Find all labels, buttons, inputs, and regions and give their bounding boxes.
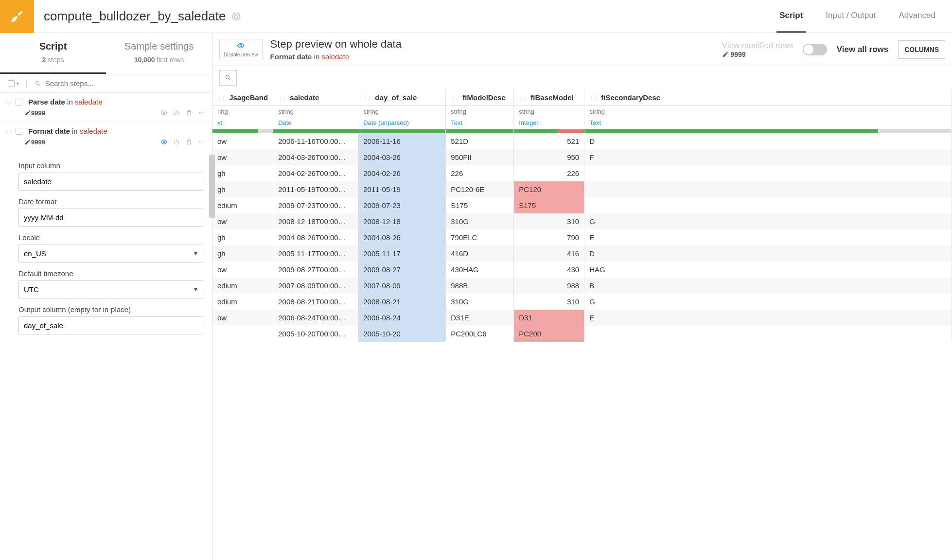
column-type: ring bbox=[212, 106, 273, 118]
step-affected-count: 9999 bbox=[31, 109, 45, 117]
column-quality-bar bbox=[584, 129, 952, 133]
tab-advanced[interactable]: Advanced bbox=[896, 0, 938, 33]
column-meaning[interactable]: Text bbox=[446, 117, 514, 129]
svg-line-8 bbox=[229, 78, 230, 80]
table-row[interactable]: edium2008-08-21T00:00…2008-08-21310G310G bbox=[212, 294, 952, 310]
page-title: compute_bulldozer_by_saledate bbox=[44, 9, 226, 24]
step-form: Input column Date format Locale Default … bbox=[0, 151, 212, 344]
broom-icon bbox=[9, 9, 25, 24]
tab-input-output[interactable]: Input / Output bbox=[823, 0, 879, 33]
svg-point-7 bbox=[226, 75, 229, 79]
table-row[interactable]: edium2007-08-09T00:00…2007-08-09988B988B bbox=[212, 278, 952, 294]
sidebar-resize-handle[interactable] bbox=[209, 155, 215, 218]
table-row[interactable]: gh2004-08-26T00:00…2004-08-26790ELC790E bbox=[212, 229, 952, 245]
table-row[interactable]: 2005-10-20T00:00…2005-10-20PC200LC6PC200 bbox=[212, 326, 952, 342]
trash-icon[interactable] bbox=[186, 138, 193, 146]
column-header[interactable]: ⋮⋮ fiModelDesc bbox=[446, 89, 514, 106]
column-header[interactable]: ⋮⋮ fiSecondaryDesc bbox=[584, 89, 952, 106]
content: Disable preview Step preview on whole da… bbox=[212, 33, 952, 560]
power-icon[interactable] bbox=[173, 138, 180, 146]
drag-handle-icon[interactable]: ⋮⋮ bbox=[4, 128, 13, 134]
table-row[interactable]: gh2011-05-19T00:00…2011-05-19PC120-6EPC1… bbox=[212, 181, 952, 197]
eye-icon[interactable] bbox=[160, 109, 167, 117]
preview-title: Step preview on whole data bbox=[270, 38, 402, 51]
column-meaning[interactable]: Date bbox=[273, 117, 358, 129]
tab-script[interactable]: Script bbox=[776, 0, 806, 33]
table-row[interactable]: gh2004-02-26T00:00…2004-02-26226226 bbox=[212, 165, 952, 181]
svg-point-4 bbox=[163, 112, 165, 114]
column-meaning[interactable]: Text bbox=[584, 117, 952, 129]
step-checkbox[interactable] bbox=[16, 128, 22, 135]
data-table[interactable]: ⋮⋮ JsageBand⋮⋮ saledate⋮⋮ day_of_sale⋮⋮ … bbox=[212, 89, 952, 560]
column-type: string bbox=[446, 106, 514, 118]
column-quality-bar bbox=[212, 129, 273, 133]
app-logo[interactable] bbox=[0, 0, 34, 33]
date-format-field[interactable] bbox=[18, 209, 203, 227]
step-item[interactable]: ⋮⋮ Format date in saledate 9999 ⋯ bbox=[0, 122, 212, 151]
target-icon[interactable] bbox=[231, 12, 241, 21]
table-row[interactable]: ow2009-08-27T00:00…2009-08-27430HAG430HA… bbox=[212, 262, 952, 278]
steps-search-row: ▾ | bbox=[0, 74, 212, 93]
columns-button[interactable]: COLUMNS bbox=[898, 40, 945, 59]
table-toolbar bbox=[212, 66, 952, 89]
column-meaning[interactable]: Date (unparsed) bbox=[358, 117, 446, 129]
eye-icon bbox=[224, 42, 258, 52]
column-header[interactable]: ⋮⋮ day_of_sale bbox=[358, 89, 446, 106]
step-affected-count: 9999 bbox=[31, 139, 45, 146]
table-row[interactable]: ow2008-12-18T00:00…2008-12-18310G310G bbox=[212, 213, 952, 229]
drag-handle-icon[interactable]: ⋮⋮ bbox=[4, 99, 13, 105]
output-column-label: Output column (empty for in-place) bbox=[18, 305, 203, 314]
preview-header: Disable preview Step preview on whole da… bbox=[212, 33, 952, 66]
modified-count: 9999 bbox=[722, 51, 793, 58]
chevron-down-icon[interactable]: ▾ bbox=[17, 81, 19, 86]
eye-icon[interactable] bbox=[160, 138, 167, 146]
view-modified-label: View modified rows bbox=[722, 41, 793, 51]
view-all-label: View all rows bbox=[837, 45, 888, 54]
view-toggle[interactable] bbox=[803, 44, 827, 55]
preview-subtitle: Format date in saledate bbox=[270, 52, 402, 61]
table-search-button[interactable] bbox=[219, 70, 237, 86]
sidebar-tab-sample[interactable]: Sample settings 10,000 first rows bbox=[106, 33, 212, 74]
column-type: string bbox=[514, 106, 584, 118]
input-column-label: Input column bbox=[18, 161, 203, 170]
date-format-label: Date format bbox=[18, 197, 203, 206]
table-row[interactable]: ow2006-08-24T00:00…2006-08-24D31ED31E bbox=[212, 310, 952, 326]
column-meaning[interactable]: Integer bbox=[514, 117, 584, 129]
svg-point-6 bbox=[240, 45, 242, 47]
pencil-icon bbox=[722, 51, 729, 58]
table-row[interactable]: edium2009-07-23T00:00…2009-07-23S175S175 bbox=[212, 197, 952, 213]
top-tabs: Script Input / Output Advanced bbox=[776, 0, 952, 33]
column-header[interactable]: ⋮⋮ JsageBand bbox=[212, 89, 273, 106]
svg-point-0 bbox=[233, 13, 240, 20]
table-row[interactable]: gh2005-11-17T00:00…2005-11-17416D416D bbox=[212, 245, 952, 262]
search-icon bbox=[35, 80, 41, 88]
table-row[interactable]: ow2006-11-16T00:00…2006-11-16521D521D bbox=[212, 133, 952, 149]
step-item[interactable]: ⋮⋮ Parse date in saledate 9999 ⋯ bbox=[0, 93, 212, 122]
column-header[interactable]: ⋮⋮ saledate bbox=[273, 89, 358, 106]
pencil-icon bbox=[24, 138, 31, 146]
column-quality-bar bbox=[273, 129, 358, 133]
column-meaning[interactable]: xt bbox=[212, 117, 273, 129]
svg-point-5 bbox=[163, 141, 165, 143]
column-quality-bar bbox=[514, 129, 584, 133]
output-column-field[interactable] bbox=[18, 316, 203, 334]
search-steps-input[interactable] bbox=[45, 79, 204, 88]
more-icon[interactable]: ⋯ bbox=[198, 109, 205, 117]
svg-point-1 bbox=[235, 15, 238, 18]
more-icon[interactable]: ⋯ bbox=[198, 138, 205, 146]
app-header: compute_bulldozer_by_saledate Script Inp… bbox=[0, 0, 952, 33]
pencil-icon bbox=[24, 109, 31, 117]
trash-icon[interactable] bbox=[186, 109, 193, 117]
step-checkbox[interactable] bbox=[16, 99, 22, 105]
power-icon[interactable] bbox=[173, 109, 180, 117]
input-column-field[interactable] bbox=[18, 173, 203, 191]
locale-select[interactable] bbox=[18, 245, 203, 262]
svg-line-3 bbox=[38, 84, 40, 86]
table-row[interactable]: ow2004-03-26T00:00…2004-03-26950FII950F bbox=[212, 149, 952, 165]
sidebar-tab-script[interactable]: Script 2 steps bbox=[0, 33, 106, 74]
timezone-select[interactable] bbox=[18, 280, 203, 298]
select-all-checkbox[interactable] bbox=[8, 80, 15, 87]
svg-point-2 bbox=[35, 81, 39, 85]
column-header[interactable]: ⋮⋮ fiBaseModel bbox=[514, 89, 584, 106]
disable-preview-button[interactable]: Disable preview bbox=[219, 39, 263, 60]
